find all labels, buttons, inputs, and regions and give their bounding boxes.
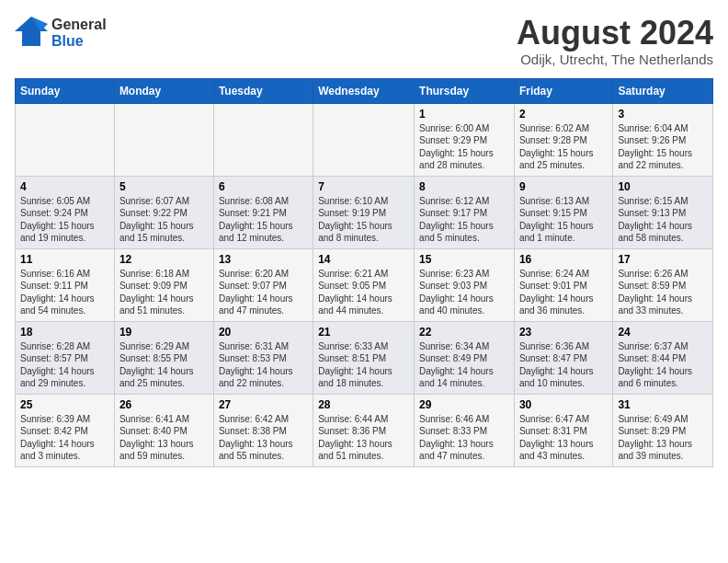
day-info: Sunrise: 6:02 AM Sunset: 9:28 PM Dayligh… <box>519 122 608 172</box>
day-number: 3 <box>618 108 708 121</box>
day-info: Sunrise: 6:28 AM Sunset: 8:57 PM Dayligh… <box>20 340 109 390</box>
day-info: Sunrise: 6:44 AM Sunset: 8:36 PM Dayligh… <box>318 413 409 463</box>
day-info: Sunrise: 6:04 AM Sunset: 9:26 PM Dayligh… <box>618 122 708 172</box>
day-number: 23 <box>519 326 608 339</box>
calendar-week-3: 11Sunrise: 6:16 AM Sunset: 9:11 PM Dayli… <box>16 248 713 321</box>
calendar-cell: 24Sunrise: 6:37 AM Sunset: 8:44 PM Dayli… <box>613 321 713 394</box>
calendar-cell: 30Sunrise: 6:47 AM Sunset: 8:31 PM Dayli… <box>514 394 612 466</box>
day-info: Sunrise: 6:05 AM Sunset: 9:24 PM Dayligh… <box>20 195 109 245</box>
day-number: 14 <box>318 253 409 266</box>
calendar-cell: 12Sunrise: 6:18 AM Sunset: 9:09 PM Dayli… <box>114 248 213 321</box>
calendar-cell: 28Sunrise: 6:44 AM Sunset: 8:36 PM Dayli… <box>313 394 415 466</box>
calendar-cell: 14Sunrise: 6:21 AM Sunset: 9:05 PM Dayli… <box>313 248 415 321</box>
calendar-cell: 1Sunrise: 6:00 AM Sunset: 9:29 PM Daylig… <box>415 103 515 176</box>
day-number: 25 <box>20 398 109 411</box>
calendar-cell: 11Sunrise: 6:16 AM Sunset: 9:11 PM Dayli… <box>16 248 115 321</box>
day-number: 31 <box>618 398 708 411</box>
calendar-cell: 9Sunrise: 6:13 AM Sunset: 9:15 PM Daylig… <box>514 176 612 248</box>
calendar-cell: 13Sunrise: 6:20 AM Sunset: 9:07 PM Dayli… <box>213 248 313 321</box>
col-header-tuesday: Tuesday <box>213 78 313 103</box>
calendar-cell: 8Sunrise: 6:12 AM Sunset: 9:17 PM Daylig… <box>415 176 515 248</box>
day-info: Sunrise: 6:34 AM Sunset: 8:49 PM Dayligh… <box>419 340 509 390</box>
day-number: 24 <box>618 326 708 339</box>
logo-icon <box>15 15 48 52</box>
logo-blue: Blue <box>51 33 107 50</box>
calendar-cell: 20Sunrise: 6:31 AM Sunset: 8:53 PM Dayli… <box>213 321 313 394</box>
day-info: Sunrise: 6:13 AM Sunset: 9:15 PM Dayligh… <box>519 195 608 245</box>
day-number: 4 <box>20 180 109 193</box>
day-info: Sunrise: 6:20 AM Sunset: 9:07 PM Dayligh… <box>219 268 308 317</box>
day-number: 29 <box>419 398 509 411</box>
day-number: 17 <box>618 253 708 266</box>
calendar-cell: 4Sunrise: 6:05 AM Sunset: 9:24 PM Daylig… <box>16 176 115 248</box>
day-info: Sunrise: 6:00 AM Sunset: 9:29 PM Dayligh… <box>419 122 509 172</box>
calendar-cell: 6Sunrise: 6:08 AM Sunset: 9:21 PM Daylig… <box>213 176 313 248</box>
calendar-cell: 16Sunrise: 6:24 AM Sunset: 9:01 PM Dayli… <box>514 248 612 321</box>
day-info: Sunrise: 6:33 AM Sunset: 8:51 PM Dayligh… <box>318 340 409 390</box>
calendar-week-2: 4Sunrise: 6:05 AM Sunset: 9:24 PM Daylig… <box>16 176 713 248</box>
calendar-week-1: 1Sunrise: 6:00 AM Sunset: 9:29 PM Daylig… <box>16 103 713 176</box>
col-header-saturday: Saturday <box>613 78 713 103</box>
calendar-cell: 23Sunrise: 6:36 AM Sunset: 8:47 PM Dayli… <box>514 321 612 394</box>
calendar-cell: 31Sunrise: 6:49 AM Sunset: 8:29 PM Dayli… <box>613 394 713 466</box>
logo-text: General Blue <box>51 17 107 49</box>
day-number: 15 <box>419 253 509 266</box>
title-block: August 2024 Odijk, Utrecht, The Netherla… <box>517 15 713 67</box>
day-number: 9 <box>519 180 608 193</box>
day-number: 7 <box>318 180 409 193</box>
day-info: Sunrise: 6:08 AM Sunset: 9:21 PM Dayligh… <box>219 195 308 245</box>
col-header-monday: Monday <box>114 78 213 103</box>
calendar-cell: 5Sunrise: 6:07 AM Sunset: 9:22 PM Daylig… <box>114 176 213 248</box>
col-header-wednesday: Wednesday <box>313 78 415 103</box>
calendar-cell <box>16 103 115 176</box>
day-number: 21 <box>318 326 409 339</box>
calendar-table: SundayMondayTuesdayWednesdayThursdayFrid… <box>15 78 713 467</box>
day-number: 16 <box>519 253 608 266</box>
calendar-cell: 3Sunrise: 6:04 AM Sunset: 9:26 PM Daylig… <box>613 103 713 176</box>
day-info: Sunrise: 6:36 AM Sunset: 8:47 PM Dayligh… <box>519 340 608 390</box>
day-number: 10 <box>618 180 708 193</box>
calendar-cell <box>313 103 415 176</box>
calendar-cell: 2Sunrise: 6:02 AM Sunset: 9:28 PM Daylig… <box>514 103 612 176</box>
day-number: 8 <box>419 180 509 193</box>
logo-general: General <box>51 17 107 33</box>
day-number: 12 <box>119 253 209 266</box>
day-info: Sunrise: 6:15 AM Sunset: 9:13 PM Dayligh… <box>618 195 708 245</box>
day-info: Sunrise: 6:07 AM Sunset: 9:22 PM Dayligh… <box>119 195 209 245</box>
day-number: 22 <box>419 326 509 339</box>
calendar-cell: 18Sunrise: 6:28 AM Sunset: 8:57 PM Dayli… <box>16 321 115 394</box>
calendar-cell: 22Sunrise: 6:34 AM Sunset: 8:49 PM Dayli… <box>415 321 515 394</box>
day-number: 18 <box>20 326 109 339</box>
day-number: 6 <box>219 180 308 193</box>
calendar-cell: 19Sunrise: 6:29 AM Sunset: 8:55 PM Dayli… <box>114 321 213 394</box>
col-header-sunday: Sunday <box>16 78 115 103</box>
day-info: Sunrise: 6:42 AM Sunset: 8:38 PM Dayligh… <box>219 413 308 463</box>
day-info: Sunrise: 6:41 AM Sunset: 8:40 PM Dayligh… <box>119 413 209 463</box>
logo: General Blue <box>15 15 107 52</box>
day-info: Sunrise: 6:24 AM Sunset: 9:01 PM Dayligh… <box>519 268 608 317</box>
day-number: 11 <box>20 253 109 266</box>
subtitle: Odijk, Utrecht, The Netherlands <box>517 52 713 67</box>
day-number: 13 <box>219 253 308 266</box>
calendar-header-row: SundayMondayTuesdayWednesdayThursdayFrid… <box>16 78 713 103</box>
calendar-cell: 29Sunrise: 6:46 AM Sunset: 8:33 PM Dayli… <box>415 394 515 466</box>
day-info: Sunrise: 6:39 AM Sunset: 8:42 PM Dayligh… <box>20 413 109 463</box>
day-number: 27 <box>219 398 308 411</box>
day-number: 19 <box>119 326 209 339</box>
page-header: General Blue August 2024 Odijk, Utrecht,… <box>15 15 713 67</box>
day-info: Sunrise: 6:37 AM Sunset: 8:44 PM Dayligh… <box>618 340 708 390</box>
calendar-cell: 26Sunrise: 6:41 AM Sunset: 8:40 PM Dayli… <box>114 394 213 466</box>
calendar-cell: 7Sunrise: 6:10 AM Sunset: 9:19 PM Daylig… <box>313 176 415 248</box>
day-info: Sunrise: 6:16 AM Sunset: 9:11 PM Dayligh… <box>20 268 109 317</box>
day-number: 28 <box>318 398 409 411</box>
calendar-cell: 27Sunrise: 6:42 AM Sunset: 8:38 PM Dayli… <box>213 394 313 466</box>
col-header-friday: Friday <box>514 78 612 103</box>
calendar-cell: 21Sunrise: 6:33 AM Sunset: 8:51 PM Dayli… <box>313 321 415 394</box>
day-info: Sunrise: 6:23 AM Sunset: 9:03 PM Dayligh… <box>419 268 509 317</box>
calendar-cell: 10Sunrise: 6:15 AM Sunset: 9:13 PM Dayli… <box>613 176 713 248</box>
day-info: Sunrise: 6:49 AM Sunset: 8:29 PM Dayligh… <box>618 413 708 463</box>
day-info: Sunrise: 6:21 AM Sunset: 9:05 PM Dayligh… <box>318 268 409 317</box>
day-number: 5 <box>119 180 209 193</box>
day-number: 26 <box>119 398 209 411</box>
col-header-thursday: Thursday <box>415 78 515 103</box>
